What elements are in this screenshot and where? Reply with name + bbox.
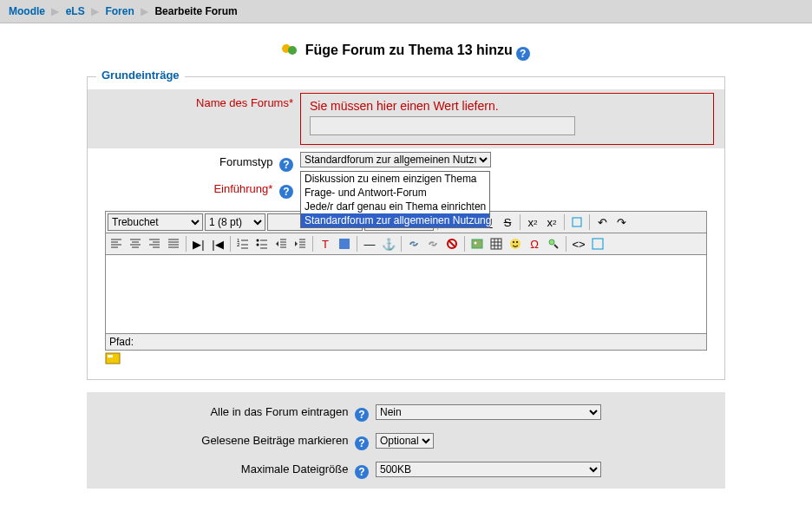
svg-rect-7 — [339, 239, 350, 249]
svg-rect-9 — [472, 239, 482, 248]
type-label: Forumstyp — [219, 155, 272, 168]
type-option[interactable]: Standardforum zur allgemeinen Nutzung — [301, 213, 489, 227]
crumb-sep: ▶ — [88, 5, 102, 17]
link-icon[interactable] — [405, 235, 422, 252]
svg-rect-11 — [491, 239, 501, 249]
ol-icon[interactable]: 12 — [234, 235, 252, 252]
smiley-icon[interactable] — [507, 235, 524, 252]
svg-text:2: 2 — [237, 242, 240, 247]
align-justify-icon[interactable] — [165, 235, 182, 252]
clean-icon[interactable] — [568, 213, 586, 231]
row-subscribe: Alle in das Forum eintragen ? Nein — [87, 397, 725, 426]
search-icon[interactable] — [545, 235, 562, 252]
crumb-sep: ▶ — [137, 5, 152, 17]
image-icon[interactable] — [468, 235, 486, 252]
name-error-box: Sie müssen hier einen Wert liefern. — [300, 93, 714, 145]
source-icon[interactable]: <> — [570, 235, 587, 252]
name-input[interactable] — [310, 116, 575, 135]
read-label: Gelesene Beiträge markieren — [201, 434, 348, 447]
size-select[interactable]: 1 (8 pt) — [205, 213, 265, 231]
ltr-icon[interactable]: ▶| — [190, 235, 207, 252]
intro-label: Einführung — [213, 182, 268, 195]
hr-icon[interactable]: — — [361, 235, 378, 252]
maxsize-label: Maximale Dateigröße — [241, 462, 349, 475]
name-label: Name des Forums — [196, 96, 289, 109]
forum-icon — [282, 43, 298, 57]
editor: Trebuchet 1 (8 pt) Sprache B I U S x2 x2… — [105, 211, 707, 351]
font-select[interactable]: Trebuchet — [108, 213, 203, 231]
crumb-moodle[interactable]: Moodle — [9, 5, 45, 17]
align-left-icon[interactable] — [108, 235, 125, 252]
editor-path: Pfad: — [105, 334, 707, 351]
unlink-icon[interactable] — [424, 235, 442, 252]
type-option[interactable]: Jede/r darf genau ein Thema einrichten — [301, 200, 489, 213]
page-title: Füge Forum zu Thema 13 hinzu? — [0, 43, 812, 61]
type-select[interactable]: Standardforum zur allgemeinen Nutzung — [300, 152, 491, 167]
type-option[interactable]: Diskussion zu einem einzigen Thema — [301, 172, 489, 186]
expand-icon[interactable] — [589, 235, 606, 252]
fieldset-general: Grundeinträge Name des Forums* Sie müsse… — [87, 76, 725, 380]
undo-icon[interactable]: ↶ — [593, 213, 611, 231]
svg-point-1 — [288, 46, 297, 55]
svg-rect-2 — [573, 218, 581, 226]
bgcolor-icon[interactable] — [336, 235, 353, 252]
crumb-current: Bearbeite Forum — [154, 5, 237, 17]
sup-icon[interactable]: x2 — [543, 213, 560, 231]
svg-point-13 — [513, 241, 514, 243]
help-icon[interactable]: ? — [279, 185, 293, 199]
svg-point-14 — [516, 241, 518, 243]
svg-rect-18 — [108, 355, 113, 357]
align-right-icon[interactable] — [146, 235, 163, 252]
ul-icon[interactable] — [253, 235, 271, 252]
help-icon[interactable]: ? — [516, 47, 530, 61]
sub-select[interactable]: Nein — [376, 404, 601, 420]
svg-rect-17 — [106, 353, 120, 364]
read-select[interactable]: Optional — [376, 433, 434, 449]
type-dropdown: Diskussion zu einem einzigen Thema Frage… — [300, 171, 490, 228]
table-icon[interactable] — [488, 235, 505, 252]
nolink-icon[interactable] — [443, 235, 461, 252]
crumb-els[interactable]: eLS — [66, 5, 85, 17]
row-maxsize: Maximale Dateigröße ? 500KB — [87, 455, 725, 483]
row-name: Name des Forums* Sie müssen hier einen W… — [88, 89, 724, 148]
help-icon[interactable]: ? — [355, 436, 369, 450]
rtl-icon[interactable]: |◀ — [209, 235, 226, 252]
svg-point-10 — [475, 242, 477, 245]
name-error-msg: Sie müssen hier einen Wert liefern. — [310, 99, 704, 113]
svg-point-15 — [549, 239, 554, 245]
textcolor-icon[interactable]: T — [317, 235, 334, 252]
editor-body[interactable] — [105, 255, 707, 334]
anchor-icon[interactable]: ⚓ — [380, 235, 397, 252]
sub-icon[interactable]: x2 — [524, 213, 541, 231]
sub-label: Alle in das Forum eintragen — [210, 405, 348, 418]
indent-icon[interactable] — [291, 235, 309, 252]
help-icon[interactable]: ? — [355, 465, 369, 479]
outdent-icon[interactable] — [272, 235, 290, 252]
help-icon[interactable]: ? — [279, 158, 293, 172]
align-center-icon[interactable] — [127, 235, 144, 252]
char-icon[interactable]: Ω — [526, 235, 543, 252]
row-type: Forumstyp ? Standardforum zur allgemeine… — [88, 148, 724, 175]
legend-general: Grundeinträge — [96, 69, 185, 82]
svg-point-5 — [257, 239, 259, 242]
editor-toolbar-2: ▶| |◀ 12 T — ⚓ Ω <> — [105, 233, 707, 255]
breadcrumb: Moodle ▶ eLS ▶ Foren ▶ Bearbeite Forum — [0, 0, 812, 23]
row-read: Gelesene Beiträge markieren ? Optional — [87, 426, 725, 455]
svg-rect-16 — [593, 239, 603, 249]
crumb-foren[interactable]: Foren — [105, 5, 134, 17]
maxsize-select[interactable]: 500KB — [376, 462, 601, 477]
svg-point-12 — [510, 239, 521, 249]
help-icon[interactable]: ? — [355, 408, 369, 422]
type-option[interactable]: Frage- und Antwort-Forum — [301, 186, 489, 200]
svg-point-6 — [257, 244, 259, 246]
strike-icon[interactable]: S — [499, 213, 516, 231]
redo-icon[interactable]: ↷ — [612, 213, 630, 231]
fullscreen-icon[interactable] — [105, 352, 724, 367]
crumb-sep: ▶ — [48, 5, 62, 17]
